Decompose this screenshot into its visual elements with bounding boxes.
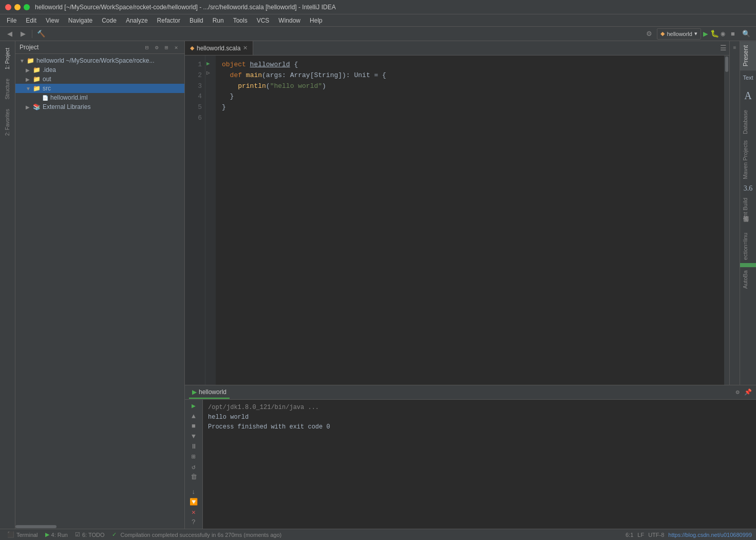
structure-tool-button[interactable]: Structure (4, 75, 11, 104)
todo-tab[interactable]: ☑ 6: TODO (72, 530, 108, 539)
gutter-run-icon-2[interactable]: ▷ (206, 69, 215, 78)
toolbar-build-btn[interactable]: 🔨 (35, 28, 47, 40)
editor-vertical-scrollbar[interactable] (724, 55, 729, 385)
toolbar-right: ⚙ ◆ helloworld ▾ ▶ 🐛 ◉ ■ 🔍 (644, 28, 752, 40)
run-stop-btn[interactable]: ■ (188, 422, 199, 431)
run-help-btn[interactable]: ? (188, 518, 199, 527)
line-num-5: 5 (185, 102, 202, 113)
arrow-icon: ▼ (26, 86, 31, 91)
right-tool-strip: ≡ (729, 41, 740, 385)
project-panel-header: Project ⊟ ⚙ ⊞ ✕ (15, 41, 184, 54)
lib-icon: 📚 (33, 103, 41, 110)
close-panel-btn[interactable]: ✕ (172, 43, 180, 51)
install-section[interactable]: 安装问题 (740, 224, 756, 230)
menu-file[interactable]: File (3, 16, 21, 25)
tree-item-idea[interactable]: ▶ 📁 .idea (15, 65, 184, 75)
collapse-all-btn[interactable]: ⊟ (143, 43, 151, 51)
project-root-item[interactable]: ▼ 📁 helloworld ~/MySource/WorkSpace/rock… (15, 56, 184, 65)
run-panel-settings-btn[interactable]: ⚙ (733, 388, 742, 397)
run-layout: ▶ ▲ ■ ▼ ⏸ ⊞ ↺ 🗑 ↓ 🔽 ✕ ? (185, 400, 756, 529)
tree-item-ext-libs[interactable]: ▶ 📚 External Libraries (15, 102, 184, 111)
run-button[interactable]: ▶ (703, 29, 708, 39)
code-content[interactable]: object helloworld { def main(args: Array… (216, 55, 724, 385)
favorites-tool-button[interactable]: 2: Favorites (4, 105, 11, 140)
run-tab-icon: ▶ (192, 388, 197, 396)
tree-item-src[interactable]: ▼ 📁 src (15, 84, 184, 93)
run-up-btn[interactable]: ▲ (188, 412, 199, 421)
run-close-btn[interactable]: ✕ (188, 508, 199, 517)
run-reload-btn[interactable]: ↺ (188, 463, 199, 472)
scrollbar-thumb (725, 57, 728, 72)
run-pause-btn[interactable]: ⏸ (188, 442, 199, 451)
tab-scroll-left-btn[interactable]: ☰ (720, 44, 727, 52)
csdn-link[interactable]: https://blog.csdn.net/u010680999 (668, 532, 752, 538)
code-line-2: def main(args: Array[String]): Unit = { (222, 70, 718, 81)
right-btn-1[interactable]: ≡ (731, 44, 739, 52)
gutter-run-icon-1[interactable]: ▶ (206, 60, 215, 69)
run-filter-btn[interactable]: 🔽 (188, 498, 199, 507)
project-tool-button[interactable]: 1: Project (4, 44, 11, 73)
run-tab-bottom-label: 4: Run (51, 532, 68, 538)
ext-libs-label: External Libraries (43, 103, 90, 110)
menu-analyze[interactable]: Analyze (122, 16, 152, 25)
run-panel-pin-btn[interactable]: 📌 (744, 388, 752, 397)
search-everywhere-btn[interactable]: 🔍 (741, 28, 752, 40)
editor-area: ◆ helloworld.scala ✕ ☰ 1 2 3 (185, 41, 729, 385)
line-ending: LF (637, 532, 644, 538)
run-icon-bottom: ▶ (45, 531, 49, 538)
settings-btn[interactable]: ⚙ (153, 43, 161, 51)
tree-item-iml[interactable]: 📄 helloworld.iml (15, 93, 184, 102)
horizontal-scrollbar[interactable] (15, 525, 184, 529)
run-with-coverage-btn[interactable]: ◉ (721, 29, 725, 38)
run-scroll-btn[interactable]: ↓ (188, 488, 199, 496)
run-tab-run[interactable]: ▶ helloworld (189, 386, 230, 399)
menu-window[interactable]: Window (274, 16, 305, 25)
src-label: src (43, 85, 51, 92)
connection-section[interactable]: ection=linu (740, 230, 756, 263)
database-section[interactable]: Database (740, 107, 756, 137)
close-button[interactable] (5, 4, 11, 10)
status-bar: ⬛ Terminal ▶ 4: Run ☑ 6: TODO ✓ Compilat… (0, 529, 756, 540)
tab-close-btn[interactable]: ✕ (243, 45, 248, 51)
run-tab-bottom[interactable]: ▶ 4: Run (42, 530, 71, 539)
menu-view[interactable]: View (42, 16, 63, 25)
run-clear-btn[interactable]: 🗑 (188, 473, 199, 481)
menu-run[interactable]: Run (209, 16, 228, 25)
run-dump-btn[interactable]: ⊞ (188, 453, 199, 461)
menu-code[interactable]: Code (98, 16, 121, 25)
project-panel: Project ⊟ ⚙ ⊞ ✕ ▼ 📁 helloworld ~/MySourc… (15, 41, 185, 529)
tab-filename: helloworld.scala (197, 45, 240, 52)
run-down-btn[interactable]: ▼ (188, 432, 199, 441)
minimize-button[interactable] (14, 4, 21, 10)
stop-btn[interactable]: ■ (727, 28, 739, 40)
editor-tab-helloworld-scala[interactable]: ◆ helloworld.scala ✕ (185, 41, 253, 55)
terminal-tab[interactable]: ⬛ Terminal (4, 530, 41, 539)
menu-help[interactable]: Help (306, 16, 327, 25)
maximize-button[interactable] (24, 4, 30, 10)
window-title: helloworld [~/MySource/WorkSpace/rocket-… (35, 4, 336, 11)
menu-vcs[interactable]: VCS (253, 16, 274, 25)
toolbar-forward-btn[interactable]: ▶ (17, 28, 29, 40)
title-bar: helloworld [~/MySource/WorkSpace/rocket-… (0, 0, 756, 14)
run-config-dropdown[interactable]: ◆ helloworld ▾ (657, 28, 701, 40)
toolbar-settings-btn[interactable]: ⚙ (644, 28, 655, 40)
menu-build[interactable]: Build (185, 16, 207, 25)
autoba-section[interactable]: AutoBa (740, 267, 756, 292)
ant-build-section[interactable]: Ant Build (740, 195, 756, 224)
toolbar-back-btn[interactable]: ◀ (4, 28, 15, 40)
run-output-line-1: /opt/jdk1.8.0_121/bin/java ... (208, 403, 751, 413)
iml-label: helloworld.iml (50, 94, 88, 101)
code-editor[interactable]: 1 2 3 4 5 6 ▶ ▷ (185, 55, 729, 385)
menu-tools[interactable]: Tools (229, 16, 252, 25)
run-again-btn[interactable]: ▶ (188, 402, 199, 411)
debug-button[interactable]: 🐛 (710, 29, 719, 38)
menu-edit[interactable]: Edit (22, 16, 41, 25)
menu-navigate[interactable]: Navigate (64, 16, 97, 25)
tree-item-out[interactable]: ▶ 📁 out (15, 75, 184, 84)
chevron-down-icon: ▾ (694, 30, 697, 37)
line-num-3: 3 (185, 81, 202, 92)
menu-refactor[interactable]: Refactor (153, 16, 184, 25)
present-header[interactable]: Present (740, 41, 756, 70)
expand-btn[interactable]: ⊞ (162, 43, 171, 51)
maven-section[interactable]: Maven Projects (740, 137, 756, 182)
